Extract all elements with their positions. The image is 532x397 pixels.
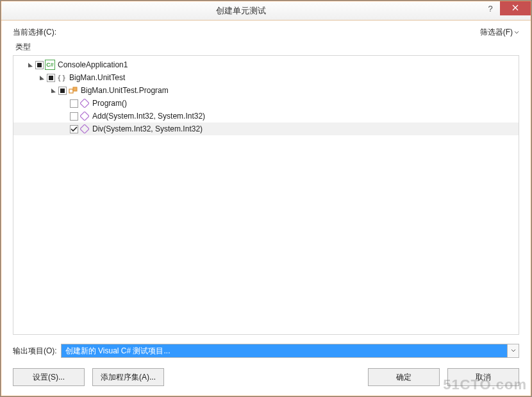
method-icon	[79, 98, 90, 108]
checkbox[interactable]	[58, 87, 67, 95]
svg-rect-3	[80, 112, 89, 121]
tree-node-label: Div(System.Int32, System.Int32)	[92, 124, 203, 133]
dialog-window: 创建单元测试 ? 当前选择(C): 筛选器(F) 类型 C#ConsoleApp…	[1, 1, 531, 396]
expander-icon[interactable]	[49, 87, 57, 94]
filter-button[interactable]: 筛选器(F)	[480, 27, 519, 38]
expander-icon	[61, 99, 69, 107]
help-button[interactable]: ?	[481, 1, 500, 15]
svg-rect-1	[73, 87, 77, 91]
top-row: 当前选择(C): 筛选器(F)	[13, 27, 519, 38]
output-label: 输出项目(O):	[13, 346, 57, 357]
tree-node-label: BigMan.UnitTest.Program	[81, 86, 169, 95]
checkbox[interactable]	[35, 61, 44, 69]
tree-row[interactable]: Program()	[13, 97, 519, 110]
tree-node-label: Program()	[92, 99, 127, 108]
expander-icon	[61, 125, 69, 133]
close-icon	[512, 4, 519, 12]
output-selected-value: 创建新的 Visual C# 测试项目...	[62, 344, 507, 357]
tree-node-label: ConsoleApplication1	[58, 60, 128, 69]
checkbox[interactable]	[47, 74, 55, 82]
cancel-button[interactable]: 取消	[447, 368, 519, 386]
checkbox[interactable]	[70, 99, 78, 108]
tree-row[interactable]: Div(System.Int32, System.Int32)	[13, 122, 519, 135]
tree-node-label: Add(System.Int32, System.Int32)	[92, 112, 205, 121]
method-icon	[79, 124, 90, 134]
expander-icon[interactable]	[38, 74, 46, 81]
svg-rect-2	[80, 99, 89, 108]
current-selection-label: 当前选择(C):	[13, 27, 56, 38]
tree-row[interactable]: Add(System.Int32, System.Int32)	[13, 110, 519, 122]
tree-row[interactable]: C#ConsoleApplication1	[13, 58, 519, 71]
tree-panel[interactable]: C#ConsoleApplication1{ }BigMan.UnitTestB…	[13, 55, 519, 335]
namespace-icon: { }	[56, 72, 67, 83]
button-row-left: 设置(S)... 添加程序集(A)...	[13, 368, 164, 386]
checkbox[interactable]	[70, 125, 78, 133]
class-icon	[68, 85, 78, 96]
svg-rect-0	[69, 89, 73, 93]
button-row-right: 确定 取消	[368, 368, 519, 386]
titlebar: 创建单元测试 ?	[1, 1, 531, 21]
type-header: 类型	[15, 42, 519, 53]
tree-row[interactable]: { }BigMan.UnitTest	[13, 71, 519, 84]
method-icon	[79, 111, 90, 121]
tree-node-label: BigMan.UnitTest	[69, 73, 125, 82]
chevron-down-icon	[511, 346, 516, 355]
svg-rect-4	[80, 124, 89, 133]
csharp-icon: C#	[45, 60, 55, 70]
settings-button[interactable]: 设置(S)...	[13, 368, 85, 386]
dialog-content: 当前选择(C): 筛选器(F) 类型 C#ConsoleApplication1…	[1, 21, 531, 396]
add-assembly-button[interactable]: 添加程序集(A)...	[92, 368, 164, 386]
chevron-down-icon	[514, 28, 519, 37]
close-button[interactable]	[500, 1, 531, 15]
dropdown-arrow[interactable]	[507, 344, 519, 357]
expander-icon	[61, 112, 69, 120]
filter-label: 筛选器(F)	[480, 27, 513, 38]
tree-row[interactable]: BigMan.UnitTest.Program	[13, 84, 519, 97]
ok-button[interactable]: 确定	[368, 368, 440, 386]
dialog-title: 创建单元测试	[1, 5, 481, 17]
titlebar-buttons: ?	[481, 1, 531, 20]
button-row: 设置(S)... 添加程序集(A)... 确定 取消	[13, 368, 519, 386]
output-row: 输出项目(O): 创建新的 Visual C# 测试项目...	[13, 344, 519, 358]
output-project-select[interactable]: 创建新的 Visual C# 测试项目...	[61, 344, 519, 358]
expander-icon[interactable]	[26, 61, 34, 69]
checkbox[interactable]	[70, 112, 78, 121]
